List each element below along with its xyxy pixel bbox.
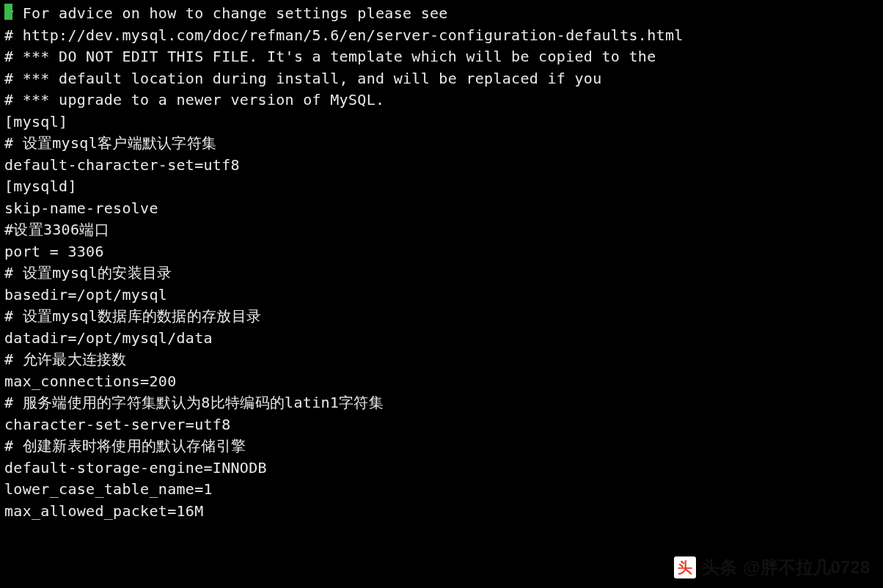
config-line: # *** DO NOT EDIT THIS FILE. It's a temp… bbox=[4, 46, 879, 68]
config-line: # For advice on how to change settings p… bbox=[4, 3, 879, 25]
watermark-logo-icon: 头 bbox=[674, 556, 696, 578]
config-line: # 设置mysql数据库的数据的存放目录 bbox=[4, 306, 879, 328]
watermark: 头 头条 @胖不拉几0728 bbox=[674, 556, 870, 579]
config-line: max_connections=200 bbox=[4, 371, 879, 393]
config-line: max_allowed_packet=16M bbox=[4, 501, 879, 523]
config-line: [mysql] bbox=[4, 111, 879, 133]
config-line: # 创建新表时将使用的默认存储引擎 bbox=[4, 436, 879, 457]
watermark-label: 头条 bbox=[702, 556, 737, 579]
cursor-icon bbox=[4, 4, 12, 20]
config-line: default-character-set=utf8 bbox=[4, 155, 879, 177]
config-line: port = 3306 bbox=[4, 241, 879, 263]
config-line: # *** default location during install, a… bbox=[4, 68, 879, 90]
config-line: # http://dev.mysql.com/doc/refman/5.6/en… bbox=[4, 25, 879, 47]
config-line: # *** upgrade to a newer version of MySQ… bbox=[4, 89, 879, 111]
config-line: #设置3306端口 bbox=[4, 219, 879, 241]
config-line: character-set-server=utf8 bbox=[4, 414, 879, 436]
config-line: # 设置mysql的安装目录 bbox=[4, 262, 879, 284]
config-file-content: # For advice on how to change settings p… bbox=[0, 0, 883, 525]
watermark-handle: @胖不拉几0728 bbox=[743, 556, 870, 579]
config-line: basedir=/opt/mysql bbox=[4, 284, 879, 306]
config-line: # 设置mysql客户端默认字符集 bbox=[4, 133, 879, 155]
config-line: [mysqld] bbox=[4, 176, 879, 198]
config-line: default-storage-engine=INNODB bbox=[4, 457, 879, 479]
config-line: # 允许最大连接数 bbox=[4, 349, 879, 371]
config-line: datadir=/opt/mysql/data bbox=[4, 328, 879, 350]
config-line: lower_case_table_name=1 bbox=[4, 479, 879, 501]
config-line: skip-name-resolve bbox=[4, 198, 879, 220]
config-line: # 服务端使用的字符集默认为8比特编码的latin1字符集 bbox=[4, 392, 879, 414]
